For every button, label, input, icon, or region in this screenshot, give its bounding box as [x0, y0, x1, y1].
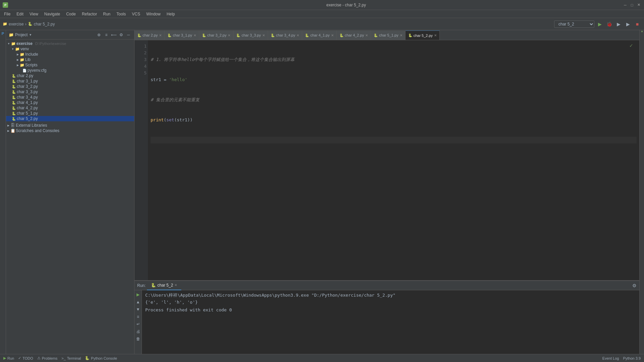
tab-char52-close[interactable]: ✕ [434, 34, 437, 37]
menu-window[interactable]: Window [144, 11, 163, 17]
breadcrumb-sep1: › [25, 22, 26, 26]
status-python-console[interactable]: 🐍 Python Console [85, 356, 117, 360]
run-command: C:\Users\梓祥\AppData\Local\Microsoft\Wind… [145, 292, 636, 298]
tree-item-exercise[interactable]: ▼ 📁 exercise D:\Python\exercise [6, 41, 134, 46]
tree-item-char41[interactable]: 🐍 char 4_1.py [6, 100, 134, 105]
coverage-button[interactable]: ▶ [624, 20, 632, 28]
bottom-tab-run[interactable]: 🐍 char 5_2 ✕ [147, 281, 181, 290]
tab-char32[interactable]: 🐍 char 3_2.py ✕ [199, 31, 233, 40]
tree-item-ext-libs[interactable]: ▶ 🗄 External Libraries [6, 123, 134, 128]
code-content[interactable]: # 1. 将字符串hello中每个字符赋值给一个集合，将这个集合输出到屏幕 st… [148, 40, 639, 280]
tab-char31[interactable]: 🐍 char 3_1.py ✕ [165, 31, 199, 40]
tab-char2[interactable]: 🐍 char 2.py ✕ [135, 31, 165, 40]
tree-item-venv[interactable]: ▼ 📁 venv [6, 46, 134, 52]
collapse-all-button[interactable]: ≡ [103, 32, 109, 38]
char2-label: char 2.py [17, 73, 33, 78]
stop-button[interactable]: ■ [633, 20, 641, 28]
tree-item-include[interactable]: ▶ 📁 Include [6, 52, 134, 57]
line-num-1: 1 [136, 43, 147, 50]
maximize-button[interactable]: □ [629, 2, 635, 8]
tree-item-char51[interactable]: 🐍 char 5_1.py [6, 111, 134, 116]
tab-char42-close[interactable]: ✕ [365, 34, 368, 37]
run-tab-icon: 🐍 [151, 283, 156, 288]
tab-char51[interactable]: 🐍 char 5_1.py ✕ [371, 31, 405, 40]
chevron-lib: ▶ [17, 58, 19, 61]
menu-edit[interactable]: Edit [14, 11, 26, 17]
status-problems[interactable]: ⚠ Problems [37, 356, 57, 360]
menu-view[interactable]: View [27, 11, 41, 17]
tree-item-char31[interactable]: 🐍 char 3_1.py [6, 78, 134, 84]
tree-item-scratches[interactable]: ▶ 📋 Scratches and Consoles [6, 128, 134, 133]
tab-char52[interactable]: 🐍 char 5_2.py ✕ [406, 31, 440, 40]
minimize-panel-button[interactable]: ─ [125, 32, 131, 38]
line-num-3: 3 [136, 56, 147, 63]
menu-code[interactable]: Code [63, 11, 78, 17]
status-run[interactable]: ▶ Run [3, 356, 14, 360]
menu-run[interactable]: Run [100, 11, 113, 17]
scroll-down-button[interactable]: ▼ [135, 306, 141, 312]
tab-char34-close[interactable]: ✕ [297, 34, 299, 37]
tab-char31-close[interactable]: ✕ [194, 34, 196, 37]
run-tab-close[interactable]: ✕ [174, 283, 177, 287]
project-sidebar-icon[interactable]: P [0, 32, 6, 36]
tab-char33-close[interactable]: ✕ [262, 34, 265, 37]
tree-item-char52[interactable]: 🐍 char 5_2.py [6, 116, 134, 121]
print-button[interactable]: 🖨 [135, 328, 141, 335]
breadcrumb-file-icon: 🐍 [28, 22, 33, 26]
chevron-ext: ▶ [7, 124, 9, 127]
tree-item-char42[interactable]: 🐍 char 4_2.py [6, 105, 134, 111]
menu-navigate[interactable]: Navigate [42, 11, 63, 17]
code-editor[interactable]: 1 2 3 4 5 # 1. 将字符串hello中每个字符赋值给一个集合，将这个… [135, 40, 639, 280]
status-todo[interactable]: ✓ TODO [18, 356, 33, 360]
wrap-button[interactable]: ↵ [135, 321, 141, 327]
tab-char52-label: char 5_2.py [414, 34, 433, 38]
tree-item-char32[interactable]: 🐍 char 3_2.py [6, 84, 134, 89]
minimize-button[interactable]: ─ [623, 2, 628, 8]
debug-button[interactable]: 🐞 [605, 20, 613, 28]
bottom-settings-button[interactable]: ⚙ [632, 283, 637, 288]
run-console: ▶ ▲ ▼ ≡ ↵ 🖨 🗑 C:\Users\梓祥\AppData\Local\… [135, 290, 639, 354]
clear-button[interactable]: 🗑 [135, 336, 141, 342]
rerun-button[interactable]: ▶ [135, 292, 141, 298]
tree-item-pyvenv[interactable]: 📄 pyvenv.cfg [6, 68, 134, 73]
menu-vcs[interactable]: VCS [129, 11, 143, 17]
menu-file[interactable]: File [1, 11, 13, 17]
breadcrumb-project: exercise [9, 22, 24, 26]
tab-char32-close[interactable]: ✕ [228, 34, 230, 37]
tree-item-char34[interactable]: 🐍 char 3_4.py [6, 95, 134, 100]
project-dropdown-icon[interactable]: ▼ [29, 33, 32, 37]
tree-item-char33[interactable]: 🐍 char 3_3.py [6, 89, 134, 95]
structure-button[interactable]: ≡ [135, 314, 141, 320]
venv-label: venv [20, 47, 29, 51]
scroll-up-button[interactable]: ▲ [135, 299, 141, 305]
run-button[interactable]: ▶ [596, 20, 604, 28]
project-panel: 📁 Project ▼ ⊕ ≡ ⟵ ⚙ ─ ▼ 📁 exercise D:\Py… [6, 30, 135, 354]
tab-char42[interactable]: 🐍 char 4_2.py ✕ [337, 31, 371, 40]
menu-help[interactable]: Help [164, 11, 178, 17]
menu-refactor[interactable]: Refactor [79, 11, 100, 17]
locate-file-button[interactable]: ⊕ [96, 32, 102, 38]
tab-char41[interactable]: 🐍 char 4_1.py ✕ [302, 31, 336, 40]
status-event-log[interactable]: Event Log [602, 356, 619, 360]
breadcrumb-project-icon: 📁 [3, 22, 7, 26]
expand-button[interactable]: ⟵ [111, 32, 117, 38]
status-terminal[interactable]: >_ Terminal [61, 356, 81, 360]
tree-item-lib[interactable]: ▶ 📁 Lib [6, 57, 134, 62]
tree-item-scripts[interactable]: ▶ 📁 Scripts [6, 62, 134, 68]
run-config-selector[interactable]: char 5_2 [554, 20, 594, 28]
run-tab-name: char 5_2 [157, 283, 173, 288]
close-button[interactable]: ✕ [636, 2, 641, 8]
settings-button[interactable]: ⚙ [118, 32, 124, 38]
menu-tools[interactable]: Tools [114, 11, 128, 17]
breadcrumb-file: char 5_2.py [34, 22, 55, 26]
tab-char41-close[interactable]: ✕ [331, 34, 334, 37]
tab-char34[interactable]: 🐍 char 3_4.py ✕ [268, 31, 302, 40]
char42-py-icon: 🐍 [11, 106, 16, 110]
run-output-area: C:\Users\梓祥\AppData\Local\Microsoft\Wind… [142, 290, 639, 354]
tab-char51-close[interactable]: ✕ [400, 34, 402, 37]
tab-char2-close[interactable]: ✕ [159, 34, 162, 37]
profile-button[interactable]: ▶ [614, 20, 623, 28]
tree-item-char2[interactable]: 🐍 char 2.py [6, 73, 134, 78]
tab-char33[interactable]: 🐍 char 3_3.py ✕ [233, 31, 268, 40]
line-num-5: 5 [136, 70, 147, 76]
